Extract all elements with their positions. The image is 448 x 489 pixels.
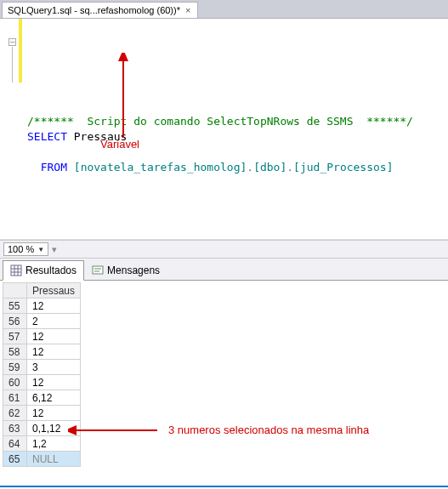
annotation-arrow-2 <box>68 422 162 439</box>
outline-toggle-icon[interactable]: − <box>9 38 16 46</box>
chevron-down-icon: ▼ <box>37 246 44 253</box>
cell-value[interactable]: 12 <box>27 299 81 314</box>
row-header[interactable]: 64 <box>3 436 27 452</box>
file-tab-title: SQLQuery1.sql - sq...refashomolog (60))* <box>8 5 180 15</box>
row-header[interactable]: 57 <box>3 329 27 344</box>
tab-messages[interactable]: Mensagens <box>84 260 167 281</box>
table-row[interactable]: 5712 <box>3 329 81 344</box>
table-row[interactable]: 641,2 <box>3 436 81 452</box>
tab-results-label: Resultados <box>26 264 77 276</box>
cell-value[interactable]: 12 <box>27 344 81 360</box>
row-header[interactable]: 60 <box>3 375 27 390</box>
file-tab[interactable]: SQLQuery1.sql - sq...refashomolog (60))*… <box>2 2 198 18</box>
outline-line <box>12 47 13 82</box>
table-row[interactable]: 65NULL <box>3 452 81 467</box>
cell-value[interactable]: 12 <box>27 406 81 421</box>
obj-schema: [dbo] <box>253 161 286 173</box>
table-row[interactable]: 6012 <box>3 375 81 390</box>
cell-value[interactable]: NULL <box>27 452 81 467</box>
grid-body: 5512562571258125936012616,126212630,1,12… <box>3 299 81 467</box>
editor-gutter <box>0 19 19 239</box>
results-tab-bar: Resultados Mensagens <box>0 259 448 281</box>
code-comment: /****** Script do comando SelectTopNRows… <box>27 115 413 128</box>
editor-tab-bar: SQLQuery1.sql - sq...refashomolog (60))*… <box>0 0 448 19</box>
cell-value[interactable]: 12 <box>27 375 81 390</box>
cell-value[interactable]: 0,1,12 <box>27 421 81 436</box>
cell-value[interactable]: 6,12 <box>27 390 81 406</box>
annotation-rowline: 3 numeros selecionados na mesma linha <box>168 424 369 436</box>
zoom-combo[interactable]: 100 % ▼ <box>3 242 48 256</box>
kw-from: FROM <box>41 161 67 173</box>
row-header[interactable]: 55 <box>3 299 27 314</box>
tab-results[interactable]: Resultados <box>3 260 84 281</box>
cell-value[interactable]: 1,2 <box>27 436 81 452</box>
sql-editor[interactable]: − /****** Script do comando SelectTopNRo… <box>0 19 448 240</box>
row-header[interactable]: 56 <box>3 314 27 329</box>
close-icon[interactable]: × <box>184 5 192 15</box>
change-marker <box>19 19 22 82</box>
table-row[interactable]: 6212 <box>3 406 81 421</box>
table-row[interactable]: 616,12 <box>3 390 81 406</box>
table-row[interactable]: 5512 <box>3 299 81 314</box>
window-bottom-border <box>0 486 448 489</box>
zoom-value: 100 % <box>8 244 34 254</box>
grid-corner[interactable] <box>3 283 27 299</box>
row-header[interactable]: 61 <box>3 390 27 406</box>
results-grid[interactable]: Pressaus 5512562571258125936012616,12621… <box>3 282 81 467</box>
dot1: . <box>247 161 253 173</box>
row-header[interactable]: 58 <box>3 344 27 360</box>
obj-db: [novatela_tarefas_homolog] <box>74 161 247 173</box>
row-header[interactable]: 65 <box>3 452 27 467</box>
row-header[interactable]: 63 <box>3 421 27 436</box>
row-header[interactable]: 59 <box>3 360 27 375</box>
cell-value[interactable]: 3 <box>27 360 81 375</box>
table-row[interactable]: 593 <box>3 360 81 375</box>
svg-rect-6 <box>93 266 103 274</box>
table-row[interactable]: 562 <box>3 314 81 329</box>
code-content: /****** Script do comando SelectTopNRows… <box>27 95 448 190</box>
cell-value[interactable]: 2 <box>27 314 81 329</box>
kw-select: SELECT <box>27 130 67 143</box>
row-header[interactable]: 62 <box>3 406 27 421</box>
message-icon <box>92 264 104 276</box>
zoom-bar: 100 % ▼ ▾ <box>0 240 448 259</box>
dot2: . <box>286 161 293 173</box>
table-row[interactable]: 630,1,12 <box>3 421 81 436</box>
results-grid-area: Pressaus 5512562571258125936012616,12621… <box>0 281 448 476</box>
svg-rect-1 <box>11 265 21 276</box>
cell-value[interactable]: 12 <box>27 329 81 344</box>
obj-table: [jud_Processos] <box>293 161 393 173</box>
grid-icon <box>10 264 22 276</box>
tab-messages-label: Mensagens <box>107 264 160 276</box>
zoom-dash: ▾ <box>52 244 57 255</box>
annotation-variavel: Variavel <box>100 138 139 151</box>
column-header[interactable]: Pressaus <box>27 283 81 299</box>
table-row[interactable]: 5812 <box>3 344 81 360</box>
